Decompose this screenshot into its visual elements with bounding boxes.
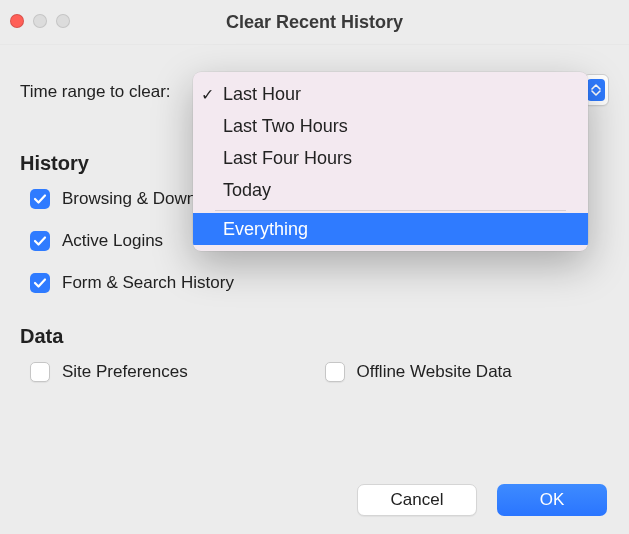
checkmark-icon: ✓ [201, 85, 214, 104]
window-controls [10, 14, 70, 28]
checkbox-icon [325, 362, 345, 382]
data-items: Site Preferences Offline Website Data [30, 362, 609, 382]
dropdown-option-last-two-hours[interactable]: Last Two Hours [193, 110, 588, 142]
checkbox-icon [30, 273, 50, 293]
time-range-dropdown[interactable]: ✓ Last Hour Last Two Hours Last Four Hou… [193, 72, 588, 251]
dropdown-option-label: Today [223, 180, 271, 201]
checkbox-icon [30, 231, 50, 251]
minimize-window-button[interactable] [33, 14, 47, 28]
checkbox-site-preferences[interactable]: Site Preferences [30, 362, 315, 382]
time-range-label: Time range to clear: [20, 82, 171, 102]
updown-arrows-icon [587, 79, 605, 101]
titlebar: Clear Recent History [0, 0, 629, 45]
checkbox-label: Offline Website Data [357, 362, 512, 382]
dropdown-option-label: Everything [223, 219, 308, 240]
dropdown-option-label: Last Four Hours [223, 148, 352, 169]
window-title: Clear Recent History [0, 12, 629, 33]
ok-button[interactable]: OK [497, 484, 607, 516]
close-window-button[interactable] [10, 14, 24, 28]
dialog-buttons: Cancel OK [357, 484, 607, 516]
dropdown-option-last-four-hours[interactable]: Last Four Hours [193, 142, 588, 174]
dropdown-option-last-hour[interactable]: ✓ Last Hour [193, 78, 588, 110]
checkbox-label: Form & Search History [62, 273, 234, 293]
checkbox-icon [30, 362, 50, 382]
dropdown-option-everything[interactable]: Everything [193, 213, 588, 245]
checkbox-form-search-history[interactable]: Form & Search History [30, 273, 315, 293]
dropdown-option-today[interactable]: Today [193, 174, 588, 206]
dropdown-option-label: Last Hour [223, 84, 301, 105]
checkbox-offline-website-data[interactable]: Offline Website Data [325, 362, 610, 382]
checkbox-label: Active Logins [62, 231, 163, 251]
dropdown-separator [215, 210, 566, 211]
dropdown-option-label: Last Two Hours [223, 116, 348, 137]
zoom-window-button[interactable] [56, 14, 70, 28]
data-heading: Data [20, 325, 609, 348]
checkbox-label: Site Preferences [62, 362, 188, 382]
checkbox-icon [30, 189, 50, 209]
cancel-button[interactable]: Cancel [357, 484, 477, 516]
